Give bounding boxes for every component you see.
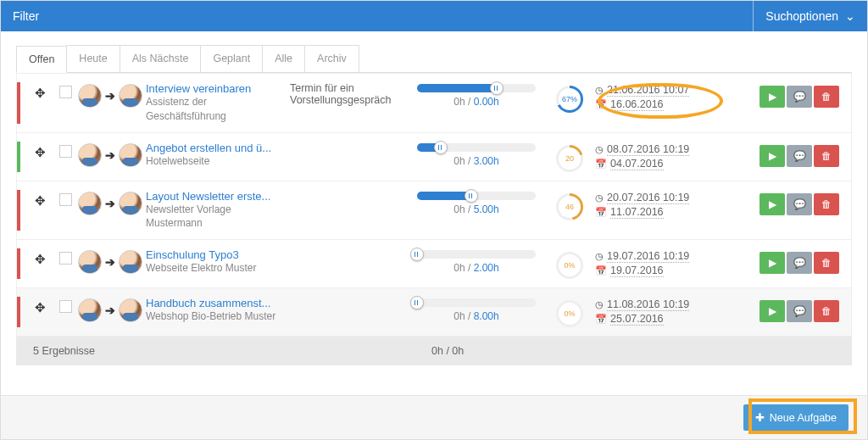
due-date[interactable]: 16.06.2016: [610, 98, 664, 111]
due-date[interactable]: 19.07.2016: [610, 265, 664, 277]
drag-handle[interactable]: ✥: [27, 248, 53, 267]
checkbox-cell: [53, 142, 78, 158]
delete-button[interactable]: 🗑: [814, 252, 839, 274]
task-list: ✥➔Interview vereinbarenAssistenz der Ges…: [16, 73, 852, 337]
task-title[interactable]: Layout Newsletter erste...: [146, 190, 283, 203]
due-time[interactable]: 20.07.2016 10:19: [607, 192, 689, 204]
avatar-from[interactable]: [78, 84, 102, 108]
move-icon: ✥: [35, 193, 46, 209]
clock-icon: ◷: [595, 299, 604, 310]
due-time[interactable]: 11.08.2016 10:19: [607, 298, 689, 311]
tab-als-nächste[interactable]: Als Nächste: [120, 45, 202, 72]
actions: ▶💬🗑: [731, 142, 844, 167]
due-time[interactable]: 21.06.2016 10:07: [607, 84, 689, 97]
comment-button[interactable]: 💬: [787, 193, 812, 215]
task-checkbox[interactable]: [59, 193, 72, 206]
task-subtitle: Webseite Elektro Muster: [146, 261, 283, 276]
avatar-to[interactable]: [119, 84, 142, 108]
new-task-label: Neue Aufgabe: [770, 412, 837, 424]
avatar-from[interactable]: [78, 250, 102, 274]
play-icon: ▶: [769, 198, 776, 210]
arrow-icon: ➔: [105, 255, 115, 269]
avatar-from[interactable]: [78, 192, 102, 215]
filter-title: Filter: [13, 9, 39, 23]
filter-header: Filter Suchoptionen ⌄: [1, 1, 867, 31]
hours-text: 0h / 5.00h: [409, 203, 544, 215]
search-options[interactable]: Suchoptionen ⌄: [753, 1, 855, 31]
comment-button[interactable]: 💬: [787, 300, 812, 322]
tab-heute[interactable]: Heute: [66, 45, 120, 72]
progress-slider[interactable]: [417, 192, 536, 200]
delete-button[interactable]: 🗑: [814, 145, 839, 167]
avatar-to[interactable]: [119, 192, 142, 215]
percent-ring-cell: 0%: [544, 297, 595, 327]
tab-offen[interactable]: Offen: [16, 46, 67, 73]
play-button[interactable]: ▶: [760, 300, 785, 322]
task-row: ✥➔Handbuch zusammenst...Webshop Bio-Betr…: [17, 287, 851, 336]
assignment: ➔: [78, 142, 146, 167]
progress-cell: 0h / 5.00h: [409, 190, 544, 215]
comment-button[interactable]: 💬: [787, 86, 812, 108]
progress-cell: 0h / 8.00h: [409, 297, 544, 322]
comment-button[interactable]: 💬: [787, 145, 812, 167]
delete-button[interactable]: 🗑: [814, 300, 839, 322]
drag-handle[interactable]: ✥: [27, 82, 53, 101]
percent-ring-cell: 20: [544, 142, 595, 172]
task-title[interactable]: Einschulung Typo3: [146, 248, 283, 261]
arrow-icon: ➔: [105, 197, 115, 210]
comment-icon: 💬: [793, 150, 806, 162]
progress-slider[interactable]: [417, 298, 536, 307]
play-button[interactable]: ▶: [760, 252, 785, 274]
due-date[interactable]: 25.07.2016: [610, 313, 664, 326]
delete-button[interactable]: 🗑: [814, 86, 839, 108]
hours-text: 0h / 8.00h: [409, 310, 544, 322]
arrow-icon: ➔: [105, 304, 115, 317]
avatar-from[interactable]: [78, 298, 102, 322]
task-checkbox[interactable]: [59, 252, 72, 265]
calendar-icon: 📅: [595, 207, 607, 218]
comment-button[interactable]: 💬: [787, 252, 812, 274]
task-row: ✥➔Interview vereinbarenAssistenz der Ges…: [17, 73, 851, 132]
play-button[interactable]: ▶: [760, 193, 785, 215]
drag-handle[interactable]: ✥: [27, 297, 53, 315]
task-row: ✥➔Einschulung Typo3Webseite Elektro Must…: [17, 239, 851, 287]
avatar-to[interactable]: [119, 143, 142, 167]
percent-ring: 46: [556, 193, 583, 220]
avatar-to[interactable]: [119, 250, 142, 274]
tab-archiv[interactable]: Archiv: [304, 45, 359, 72]
play-button[interactable]: ▶: [760, 86, 785, 108]
clock-icon: ◷: [595, 144, 604, 155]
calendar-icon: 📅: [595, 99, 607, 110]
tab-alle[interactable]: Alle: [262, 45, 305, 72]
due-time[interactable]: 08.07.2016 10:19: [607, 143, 689, 156]
task-checkbox[interactable]: [59, 145, 72, 158]
new-task-button[interactable]: ✚ Neue Aufgabe: [743, 404, 849, 431]
task-title[interactable]: Handbuch zusammenst...: [146, 297, 283, 309]
avatar-to[interactable]: [119, 298, 142, 322]
comment-icon: 💬: [793, 91, 806, 103]
assignment: ➔: [78, 248, 146, 274]
task-checkbox[interactable]: [59, 86, 72, 98]
due-date[interactable]: 11.07.2016: [610, 206, 664, 219]
task-title[interactable]: Angebot erstellen und ü...: [146, 142, 283, 154]
tabs: OffenHeuteAls NächsteGeplantAlleArchiv: [16, 45, 852, 73]
play-icon: ▶: [769, 91, 776, 103]
task-title[interactable]: Interview vereinbaren: [146, 82, 283, 95]
progress-slider[interactable]: [417, 143, 536, 152]
play-icon: ▶: [769, 305, 776, 317]
trash-icon: 🗑: [821, 305, 832, 317]
progress-slider[interactable]: [417, 250, 536, 259]
drag-handle[interactable]: ✥: [27, 142, 53, 160]
delete-button[interactable]: 🗑: [814, 193, 839, 215]
task-subtitle: Webshop Bio-Betrieb Muster: [146, 309, 283, 324]
play-icon: ▶: [769, 257, 776, 269]
due-date[interactable]: 04.07.2016: [610, 158, 664, 170]
due-time[interactable]: 19.07.2016 10:19: [607, 250, 689, 263]
progress-slider[interactable]: [417, 84, 536, 92]
avatar-from[interactable]: [78, 143, 102, 167]
tab-geplant[interactable]: Geplant: [200, 45, 263, 72]
play-button[interactable]: ▶: [760, 145, 785, 167]
drag-handle[interactable]: ✥: [27, 190, 53, 209]
percent-ring-cell: 0%: [544, 248, 595, 279]
task-checkbox[interactable]: [59, 300, 72, 313]
